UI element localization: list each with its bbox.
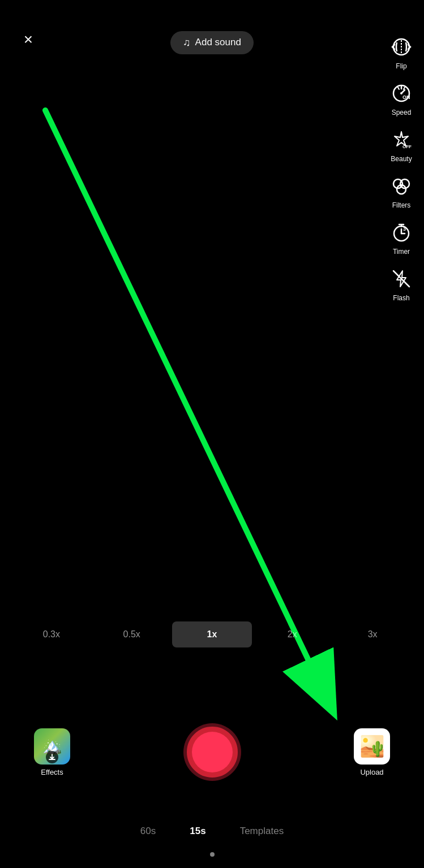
speed-selector: 0.3x 0.5x 1x 2x 3x bbox=[0, 621, 424, 647]
svg-text:OFF: OFF bbox=[402, 144, 412, 149]
tab-templates[interactable]: Templates bbox=[240, 826, 284, 837]
upload-button[interactable]: 🏜️ Upload bbox=[354, 728, 390, 776]
close-button[interactable]: × bbox=[17, 28, 40, 51]
speed-3x[interactable]: 3x bbox=[332, 621, 413, 647]
bottom-controls: Effects 🏜️ Upload bbox=[0, 727, 424, 778]
tab-15s[interactable]: 15s bbox=[190, 826, 205, 837]
speed-label: Speed bbox=[392, 109, 412, 116]
svg-text:ON: ON bbox=[402, 94, 410, 100]
flash-label: Flash bbox=[393, 294, 409, 302]
beauty-icon: OFF bbox=[388, 127, 414, 153]
timer-tool[interactable]: 3 Timer bbox=[384, 219, 418, 256]
right-toolbar: Flip ON Speed OFF Beauty bbox=[384, 34, 418, 302]
upload-label: Upload bbox=[360, 768, 383, 776]
svg-text:3: 3 bbox=[403, 226, 406, 232]
top-bar: × ♫ Add sound bbox=[0, 0, 424, 57]
speed-icon: ON bbox=[388, 80, 414, 106]
flash-tool[interactable]: Flash bbox=[384, 266, 418, 302]
bottom-indicator bbox=[210, 852, 215, 857]
speed-05x[interactable]: 0.5x bbox=[92, 621, 172, 647]
record-button[interactable] bbox=[187, 727, 238, 778]
timer-icon: 3 bbox=[388, 219, 414, 245]
speed-03x[interactable]: 0.3x bbox=[11, 621, 92, 647]
bottom-tabs: 60s 15s Templates bbox=[0, 826, 424, 837]
flip-tool[interactable]: Flip bbox=[384, 34, 418, 70]
add-sound-label: Add sound bbox=[195, 37, 241, 48]
upload-icon: 🏜️ bbox=[354, 728, 390, 765]
svg-line-1 bbox=[45, 110, 323, 690]
effects-icon bbox=[34, 728, 70, 765]
filters-icon bbox=[388, 173, 414, 199]
flip-icon bbox=[388, 34, 414, 60]
beauty-tool[interactable]: OFF Beauty bbox=[384, 127, 418, 163]
flip-label: Flip bbox=[396, 62, 406, 70]
beauty-label: Beauty bbox=[391, 155, 412, 163]
filters-label: Filters bbox=[392, 201, 411, 209]
effects-label: Effects bbox=[41, 768, 63, 776]
speed-2x[interactable]: 2x bbox=[252, 621, 332, 647]
record-button-inner bbox=[192, 732, 233, 772]
flash-icon bbox=[388, 266, 414, 292]
speed-tool[interactable]: ON Speed bbox=[384, 80, 418, 116]
effects-button[interactable]: Effects bbox=[34, 728, 70, 776]
add-sound-button[interactable]: ♫ Add sound bbox=[170, 31, 254, 54]
tab-60s[interactable]: 60s bbox=[140, 826, 156, 837]
effects-download-icon bbox=[46, 751, 58, 763]
speed-1x[interactable]: 1x bbox=[172, 621, 252, 647]
timer-label: Timer bbox=[393, 248, 410, 256]
filters-tool[interactable]: Filters bbox=[384, 173, 418, 209]
music-icon: ♫ bbox=[183, 37, 191, 49]
